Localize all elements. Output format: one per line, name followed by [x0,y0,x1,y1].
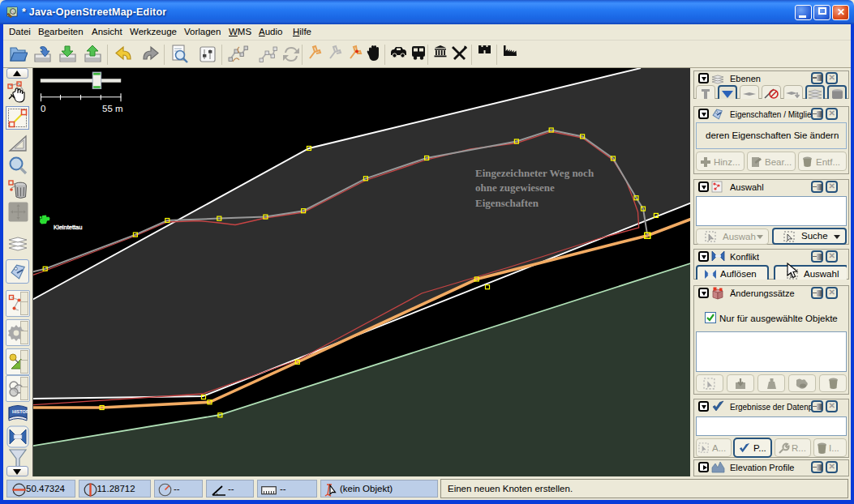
svg-text:ohne zugewiesene: ohne zugewiesene [475,182,555,194]
svg-text:55 m: 55 m [102,104,123,113]
svg-text:HISTORY: HISTORY [12,409,28,414]
svg-text:Eigenschaften: Eigenschaften [475,197,539,209]
svg-text:Eingezeichneter Weg noch: Eingezeichneter Weg noch [475,167,594,179]
svg-text:Kleintettau: Kleintettau [54,224,82,231]
svg-text:0: 0 [41,104,45,113]
